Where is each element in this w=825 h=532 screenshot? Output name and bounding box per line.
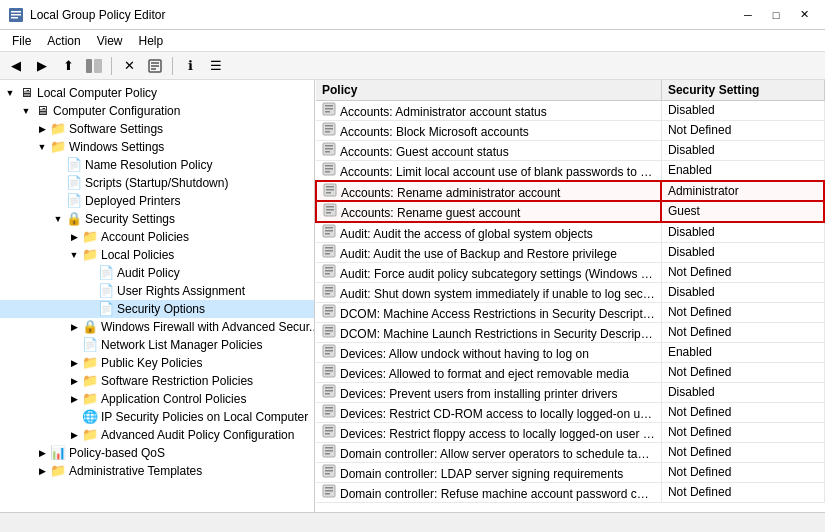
- table-row[interactable]: Accounts: Rename administrator accountAd…: [316, 181, 824, 202]
- table-row[interactable]: Devices: Allowed to format and eject rem…: [316, 362, 824, 382]
- tree-deployed-printers[interactable]: 📄 Deployed Printers: [0, 192, 314, 210]
- tree-windows-firewall[interactable]: ▶ 🔒 Windows Firewall with Advanced Secur…: [0, 318, 314, 336]
- table-row[interactable]: Devices: Allow undock without having to …: [316, 342, 824, 362]
- table-row[interactable]: Domain controller: LDAP server signing r…: [316, 462, 824, 482]
- col-header-policy[interactable]: Policy: [316, 80, 661, 100]
- tree-advanced-audit[interactable]: ▶ 📁 Advanced Audit Policy Configuration: [0, 426, 314, 444]
- tree-user-rights[interactable]: 📄 User Rights Assignment: [0, 282, 314, 300]
- admin-templates-expand[interactable]: ▶: [34, 463, 50, 479]
- app-control-expand[interactable]: ▶: [66, 391, 82, 407]
- table-row[interactable]: Devices: Prevent users from installing p…: [316, 382, 824, 402]
- maximize-button[interactable]: □: [763, 5, 789, 25]
- table-row[interactable]: Audit: Audit the access of global system…: [316, 222, 824, 243]
- tree-local-policies[interactable]: ▼ 📁 Local Policies: [0, 246, 314, 264]
- tree-account-policies[interactable]: ▶ 📁 Account Policies: [0, 228, 314, 246]
- tree-security-options[interactable]: 📄 Security Options: [0, 300, 314, 318]
- tree-panel[interactable]: ▼ 🖥 Local Computer Policy ▼ 🖥 Computer C…: [0, 80, 315, 512]
- root-label: Local Computer Policy: [37, 84, 157, 102]
- public-key-expand[interactable]: ▶: [66, 355, 82, 371]
- table-row[interactable]: Audit: Shut down system immediately if u…: [316, 282, 824, 302]
- table-row[interactable]: Devices: Restrict CD-ROM access to local…: [316, 402, 824, 422]
- security-setting-cell: Not Defined: [661, 322, 824, 342]
- table-row[interactable]: Accounts: Guest account statusDisabled: [316, 140, 824, 160]
- computer-config-expand[interactable]: ▼: [18, 103, 34, 119]
- admin-templates-label: Administrative Templates: [69, 462, 202, 480]
- toolbar: ◀ ▶ ⬆ ✕ ℹ ☰: [0, 52, 825, 80]
- tree-admin-templates[interactable]: ▶ 📁 Administrative Templates: [0, 462, 314, 480]
- tree-software-restriction[interactable]: ▶ 📁 Software Restriction Policies: [0, 372, 314, 390]
- tree-root[interactable]: ▼ 🖥 Local Computer Policy: [0, 84, 314, 102]
- table-row[interactable]: DCOM: Machine Access Restrictions in Sec…: [316, 302, 824, 322]
- tree-app-control[interactable]: ▶ 📁 Application Control Policies: [0, 390, 314, 408]
- security-settings-expand[interactable]: ▼: [50, 211, 66, 227]
- menu-view[interactable]: View: [89, 32, 131, 50]
- col-header-security[interactable]: Security Setting: [661, 80, 824, 100]
- table-row[interactable]: Accounts: Block Microsoft accountsNot De…: [316, 120, 824, 140]
- tree-computer-config[interactable]: ▼ 🖥 Computer Configuration: [0, 102, 314, 120]
- svg-rect-33: [326, 212, 331, 214]
- deployed-printers-icon: 📄: [66, 193, 82, 209]
- properties-button[interactable]: [143, 55, 167, 77]
- windows-settings-expand[interactable]: ▼: [34, 139, 50, 155]
- table-row[interactable]: Audit: Audit the use of Backup and Resto…: [316, 242, 824, 262]
- tree-public-key[interactable]: ▶ 📁 Public Key Policies: [0, 354, 314, 372]
- forward-button[interactable]: ▶: [30, 55, 54, 77]
- svg-rect-51: [325, 307, 333, 309]
- policy-cell: Domain controller: Allow server operator…: [316, 442, 661, 462]
- local-policies-expand[interactable]: ▼: [66, 247, 82, 263]
- svg-rect-21: [325, 151, 330, 153]
- tree-scripts[interactable]: 📄 Scripts (Startup/Shutdown): [0, 174, 314, 192]
- table-row[interactable]: DCOM: Machine Launch Restrictions in Sec…: [316, 322, 824, 342]
- info-button[interactable]: ℹ: [178, 55, 202, 77]
- root-expand[interactable]: ▼: [2, 85, 18, 101]
- close-button[interactable]: ✕: [791, 5, 817, 25]
- software-restriction-expand[interactable]: ▶: [66, 373, 82, 389]
- table-row[interactable]: Domain controller: Allow server operator…: [316, 442, 824, 462]
- tree-name-resolution[interactable]: 📄 Name Resolution Policy: [0, 156, 314, 174]
- security-setting-cell: Not Defined: [661, 362, 824, 382]
- name-resolution-label: Name Resolution Policy: [85, 156, 212, 174]
- tree-windows-settings[interactable]: ▼ 📁 Windows Settings: [0, 138, 314, 156]
- svg-rect-24: [325, 168, 333, 170]
- policy-icon: [322, 484, 336, 498]
- policy-icon: [322, 162, 336, 176]
- svg-rect-63: [325, 367, 333, 369]
- policy-icon: [322, 224, 336, 238]
- menu-file[interactable]: File: [4, 32, 39, 50]
- delete-button[interactable]: ✕: [117, 55, 141, 77]
- svg-rect-61: [325, 353, 330, 355]
- back-button[interactable]: ◀: [4, 55, 28, 77]
- table-row[interactable]: Accounts: Rename guest accountGuest: [316, 201, 824, 222]
- detail-panel[interactable]: Policy Security Setting Accounts: Admini…: [315, 80, 825, 512]
- windows-firewall-icon: 🔒: [82, 319, 98, 335]
- table-row[interactable]: Audit: Force audit policy subcategory se…: [316, 262, 824, 282]
- list-button[interactable]: ☰: [204, 55, 228, 77]
- show-hide-button[interactable]: [82, 55, 106, 77]
- menu-help[interactable]: Help: [131, 32, 172, 50]
- svg-rect-2: [11, 14, 21, 16]
- policy-cell: Accounts: Rename administrator account: [316, 181, 661, 202]
- advanced-audit-expand[interactable]: ▶: [66, 427, 82, 443]
- tree-network-list[interactable]: 📄 Network List Manager Policies: [0, 336, 314, 354]
- table-row[interactable]: Accounts: Limit local account use of bla…: [316, 160, 824, 181]
- table-row[interactable]: Domain controller: Refuse machine accoun…: [316, 482, 824, 502]
- table-row[interactable]: Devices: Restrict floppy access to local…: [316, 422, 824, 442]
- software-settings-expand[interactable]: ▶: [34, 121, 50, 137]
- tree-security-settings[interactable]: ▼ 🔒 Security Settings: [0, 210, 314, 228]
- account-policies-label: Account Policies: [101, 228, 189, 246]
- tree-software-settings[interactable]: ▶ 📁 Software Settings: [0, 120, 314, 138]
- policy-cell: Domain controller: Refuse machine accoun…: [316, 482, 661, 502]
- policy-cell: Accounts: Guest account status: [316, 140, 661, 160]
- menu-action[interactable]: Action: [39, 32, 88, 50]
- tree-audit-policy[interactable]: 📄 Audit Policy: [0, 264, 314, 282]
- table-row[interactable]: Accounts: Administrator account statusDi…: [316, 100, 824, 120]
- policy-qos-expand[interactable]: ▶: [34, 445, 50, 461]
- svg-rect-69: [325, 393, 330, 395]
- tree-policy-qos[interactable]: ▶ 📊 Policy-based QoS: [0, 444, 314, 462]
- tree-ip-security[interactable]: 🌐 IP Security Policies on Local Computer: [0, 408, 314, 426]
- security-settings-label: Security Settings: [85, 210, 175, 228]
- minimize-button[interactable]: ─: [735, 5, 761, 25]
- up-button[interactable]: ⬆: [56, 55, 80, 77]
- windows-firewall-expand[interactable]: ▶: [66, 319, 82, 335]
- account-policies-expand[interactable]: ▶: [66, 229, 82, 245]
